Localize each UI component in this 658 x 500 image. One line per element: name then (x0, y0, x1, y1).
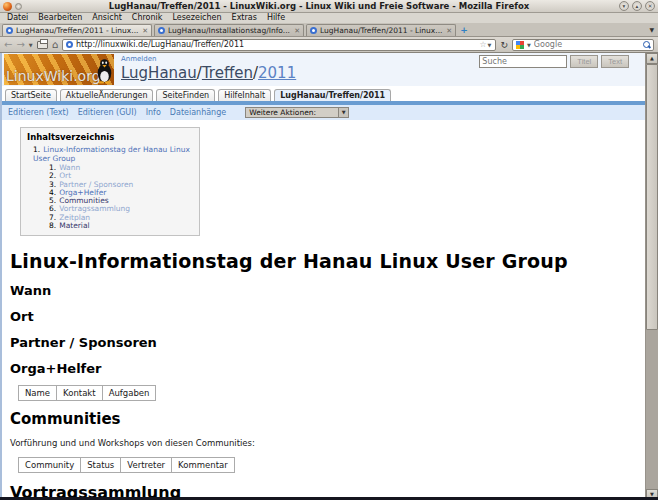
table-of-contents: Inhaltsverzeichnis 1.Linux-Informationst… (20, 127, 200, 236)
url-bar[interactable]: ☆ ▼ (62, 39, 496, 51)
print-icon[interactable] (37, 41, 48, 49)
menu-extras[interactable]: Extras (227, 13, 262, 23)
tab-title: LugHanau/Installationstag/Info... (168, 26, 291, 35)
toc-item: 8.Material (49, 222, 193, 230)
orga-col-name: Name (19, 386, 57, 401)
tab-startseite[interactable]: StartSeite (5, 89, 57, 101)
tab-seitefinden[interactable]: SeiteFinden (156, 89, 215, 101)
page-scrollbar[interactable]: ▲ ▼ (645, 53, 658, 500)
list-all-tabs-icon[interactable]: ▼ (649, 26, 654, 33)
orga-table: Name Kontakt Aufgaben (18, 385, 156, 401)
breadcrumb-2011[interactable]: 2011 (258, 64, 296, 82)
edit-text-link[interactable]: Editieren (Text) (8, 108, 69, 117)
tab-close-icon[interactable]: ✕ (294, 27, 300, 35)
more-actions-label: Weitere Aktionen: (249, 108, 316, 117)
url-input[interactable] (76, 40, 479, 49)
comm-col-kommentar: Kommentar (172, 458, 235, 473)
firefox-icon (3, 2, 12, 11)
tux-penguin-icon (96, 56, 113, 85)
browser-tab-2[interactable]: LugHanau/Installationstag/Info... ✕ (154, 24, 304, 36)
close-button[interactable]: ✕ (645, 1, 655, 11)
breadcrumb-lughanau[interactable]: LugHanau (121, 64, 197, 82)
comm-col-vertreter: Vertreter (121, 458, 172, 473)
google-logo-icon[interactable] (516, 41, 524, 49)
logo-text: LinuxWiki.org (6, 68, 101, 84)
tab-hilfeinhalt[interactable]: HilfeInhalt (218, 89, 271, 101)
more-actions-select[interactable]: Weitere Aktionen: ▼ (245, 107, 349, 118)
wiki-search-input[interactable] (479, 55, 567, 68)
search-bar[interactable]: ▼ (512, 39, 654, 51)
tab-aktuelle-aenderungen[interactable]: AktuelleÄnderungen (60, 89, 154, 101)
edit-gui-link[interactable]: Editieren (GUI) (78, 108, 137, 117)
page-viewport: LinuxWiki.org Anmelden LugHanau/Treffen/… (0, 53, 658, 500)
info-link[interactable]: Info (146, 108, 161, 117)
scrollbar-thumb[interactable] (646, 64, 658, 330)
page-content: Inhaltsverzeichnis 1.Linux-Informationst… (2, 127, 645, 500)
tab-close-icon[interactable]: ✕ (446, 27, 452, 35)
toc-link-material[interactable]: Material (59, 221, 89, 230)
toc-link-main[interactable]: Linux-Informationstag der Hanau Linux Us… (33, 145, 190, 163)
comm-col-status: Status (81, 458, 121, 473)
wiki-page: LinuxWiki.org Anmelden LugHanau/Treffen/… (2, 53, 645, 500)
scroll-up-icon[interactable]: ▲ (646, 53, 658, 64)
wiki-nav-tabs: StartSeite AktuelleÄnderungen SeiteFinde… (2, 86, 645, 101)
tab-current-page[interactable]: LugHanau/Treffen/2011 (274, 89, 391, 101)
heading-communities: Communities (10, 410, 637, 428)
new-tab-button[interactable]: + (458, 25, 470, 36)
menu-hilfe[interactable]: Hilfe (262, 13, 290, 23)
edit-bar: Editieren (Text) Editieren (GUI) Info Da… (2, 105, 645, 120)
table-row: Community Status Vertreter Kommentar (19, 458, 235, 473)
communities-table: Community Status Vertreter Kommentar (18, 457, 235, 473)
minimize-button[interactable]: ▾ (619, 1, 629, 11)
home-icon[interactable]: ⌂ (52, 39, 58, 51)
search-engine-dropdown-icon[interactable]: ▼ (527, 42, 531, 48)
select-arrow-icon: ▼ (338, 108, 348, 117)
moinmoin-favicon (310, 27, 317, 34)
url-dropdown-icon[interactable]: ▼ (488, 42, 492, 48)
moinmoin-favicon (158, 27, 165, 34)
menu-datei[interactable]: Datei (2, 13, 33, 23)
window-menu-icon[interactable] (15, 3, 22, 10)
comm-col-community: Community (19, 458, 81, 473)
login-link[interactable]: Anmelden (121, 55, 156, 63)
toc-root-item: 1.Linux-Informationstag der Hanau Linux … (33, 145, 193, 163)
menu-bar: Datei Bearbeiten Ansicht Chronik Lesezei… (0, 13, 658, 23)
reload-icon[interactable]: ↻ (500, 39, 508, 51)
search-text-button[interactable]: Text (601, 55, 629, 68)
menu-ansicht[interactable]: Ansicht (87, 13, 127, 23)
heading-orga: Orga+Helfer (10, 361, 637, 376)
browser-tab-3[interactable]: LugHanau/Treffen/2011 - Linux... ✕ (306, 24, 456, 36)
breadcrumb-treffen[interactable]: Treffen (202, 64, 253, 82)
tab-title: LugHanau/Treffen/2011 - Linux... (16, 26, 139, 35)
linuxwiki-logo[interactable]: LinuxWiki.org (4, 54, 114, 85)
menu-bearbeiten[interactable]: Bearbeiten (33, 13, 87, 23)
bookmark-star-icon[interactable]: ☆ (479, 40, 486, 49)
maximize-button[interactable]: ▴ (632, 1, 642, 11)
back-icon[interactable]: ← (4, 39, 12, 51)
heading-ort: Ort (10, 309, 637, 324)
navigation-toolbar: ← → ▼ ⌂ ☆ ▼ ↻ ▼ (0, 37, 658, 53)
wiki-header: LinuxWiki.org Anmelden LugHanau/Treffen/… (2, 53, 645, 86)
window-title: LugHanau/Treffen/2011 - LinuxWiki.org - … (22, 1, 616, 11)
heading-partner: Partner / Sponsoren (10, 335, 637, 350)
orga-col-aufgaben: Aufgaben (102, 386, 156, 401)
tab-title: LugHanau/Treffen/2011 - Linux... (320, 26, 443, 35)
table-row: Name Kontakt Aufgaben (19, 386, 156, 401)
search-title-button[interactable]: Titel (570, 55, 598, 68)
title-bar: LugHanau/Treffen/2011 - LinuxWiki.org - … (0, 0, 658, 13)
heading-wann: Wann (10, 283, 637, 298)
browser-tab-1[interactable]: LugHanau/Treffen/2011 - Linux... ✕ (2, 24, 152, 36)
web-search-input[interactable] (534, 40, 641, 49)
tab-close-icon[interactable]: ✕ (142, 27, 148, 35)
menu-chronik[interactable]: Chronik (127, 13, 168, 23)
forward-icon[interactable]: → (16, 39, 24, 51)
toc-number: 1. (33, 145, 40, 154)
history-dropdown-icon[interactable]: ▼ (29, 42, 33, 48)
toc-number: 8. (49, 221, 56, 230)
menu-lesezeichen[interactable]: Lesezeichen (167, 13, 226, 23)
moinmoin-favicon (66, 41, 73, 48)
attachments-link[interactable]: Dateianhänge (170, 108, 226, 117)
browser-tab-strip: LugHanau/Treffen/2011 - Linux... ✕ LugHa… (0, 23, 658, 37)
wiki-search-area: Titel Text (479, 55, 629, 68)
search-magnifier-icon[interactable] (643, 41, 650, 48)
